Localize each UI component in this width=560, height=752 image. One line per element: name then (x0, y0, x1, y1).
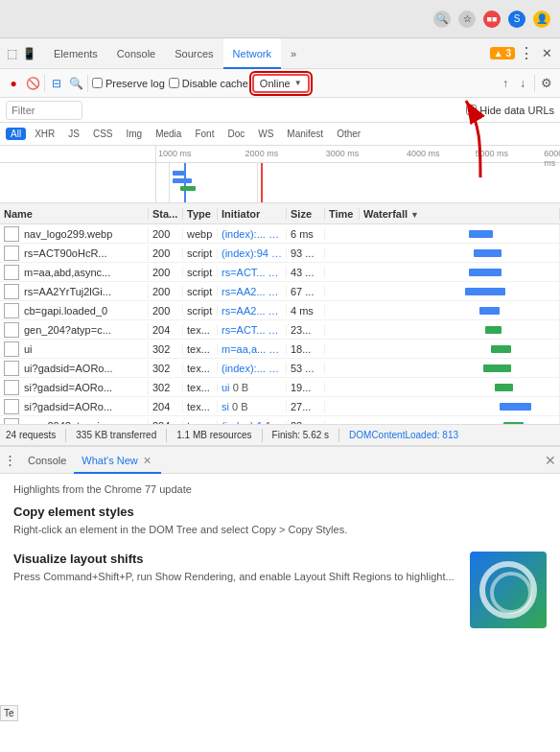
type-filter-img[interactable]: Img (121, 128, 147, 140)
type-filter-ws[interactable]: WS (253, 128, 278, 140)
row-initiator[interactable]: (index):94 14... (218, 247, 287, 259)
row-initiator[interactable]: rs=ACT... 66 B (218, 324, 287, 336)
type-filter-js[interactable]: JS (63, 128, 84, 140)
tab-whats-new[interactable]: What's New ✕ (74, 447, 160, 474)
tab-sources[interactable]: Sources (165, 38, 222, 69)
col-header-time[interactable]: Time (325, 208, 360, 220)
slack-icon[interactable]: S (508, 11, 525, 28)
settings-button[interactable]: ⚙ (539, 76, 554, 91)
tab-more[interactable]: » (281, 38, 306, 69)
online-dropdown-wrapper: Online (252, 74, 310, 93)
row-initiator[interactable]: ui 0 B (218, 382, 287, 393)
bottom-panel-menu[interactable]: ⋮ (4, 453, 16, 467)
tab-console-bottom[interactable]: Console (20, 447, 74, 474)
table-row[interactable]: nav_logo299.webp 200 webp (index):... (d… (0, 224, 560, 244)
star-icon[interactable]: ☆ (458, 11, 476, 28)
domcontent-loaded[interactable]: DOMContentLoaded: 813 (349, 430, 458, 440)
table-row[interactable]: gen_204?atyp=c... 204 tex... rs=ACT... 6… (0, 320, 560, 340)
row-checkbox[interactable] (4, 341, 19, 357)
status-sep-3 (262, 429, 263, 442)
download-button[interactable]: ↓ (515, 76, 530, 91)
table-row[interactable]: cb=gapi.loaded_0 200 script rs=AA2... (d… (0, 301, 560, 320)
col-header-initiator[interactable]: Initiator (218, 208, 287, 220)
filter-input[interactable] (6, 101, 82, 120)
type-filter-media[interactable]: Media (151, 128, 186, 140)
tab-bar-right: ▲ 3 ⋮ ✕ (490, 44, 556, 62)
row-initiator[interactable]: rs=AA2... 48... (218, 286, 287, 297)
table-row[interactable]: ui 302 tex... m=aa,a... 60... 18... (0, 340, 560, 359)
search-button[interactable]: 🔍 (68, 76, 83, 91)
row-type: tex... (183, 324, 218, 336)
row-initiator[interactable]: rs=AA2... (di... (218, 305, 287, 317)
preserve-log-label[interactable]: Preserve log (92, 78, 165, 89)
close-devtools-button[interactable]: ✕ (542, 46, 552, 60)
row-checkbox[interactable] (4, 246, 19, 261)
row-checkbox[interactable] (4, 284, 19, 299)
row-checkbox[interactable] (4, 303, 19, 318)
type-filter-font[interactable]: Font (190, 128, 219, 140)
row-checkbox[interactable] (4, 361, 19, 376)
row-initiator[interactable]: si 0 B (218, 401, 287, 412)
row-checkbox[interactable] (4, 322, 19, 338)
search-icon[interactable]: 🔍 (433, 11, 451, 28)
timeline-line-1 (169, 163, 170, 203)
row-initiator[interactable]: rs=ACT... 40... (218, 267, 287, 278)
row-size: 6 ms (287, 228, 325, 240)
col-header-waterfall[interactable]: Waterfall ▼ (360, 208, 560, 220)
extensions-icon[interactable]: ■■ (483, 11, 501, 28)
feature-layout-shifts: Visualize layout shifts Press Command+Sh… (13, 552, 547, 628)
table-row[interactable]: rs=ACT90oHcR... 200 script (index):94 14… (0, 244, 560, 263)
row-checkbox[interactable] (4, 399, 19, 414)
type-filter-xhr[interactable]: XHR (30, 128, 59, 140)
type-filter-manifest[interactable]: Manifest (282, 128, 328, 140)
toolbar-separator-2 (87, 75, 88, 92)
table-row[interactable]: m=aa,abd,async... 200 script rs=ACT... 4… (0, 263, 560, 282)
hide-data-urls-label[interactable]: Hide data URLs (466, 105, 554, 116)
row-waterfall (360, 378, 560, 397)
tab-network[interactable]: Network (223, 38, 281, 69)
table-row[interactable]: si?gadsid=AORo... 302 tex... ui 0 B 19..… (0, 378, 560, 397)
row-checkbox[interactable] (4, 265, 19, 280)
type-filter-other[interactable]: Other (332, 128, 365, 140)
row-name: rs=ACT90oHcR... (0, 246, 149, 261)
timeline-bar-3 (180, 186, 196, 191)
tick-2000: 2000 ms (245, 149, 279, 158)
profile-icon[interactable]: 👤 (533, 11, 550, 28)
device-icon[interactable]: 📱 (21, 46, 36, 61)
online-dropdown[interactable]: Online (252, 74, 310, 93)
close-bottom-panel-button[interactable]: ✕ (545, 453, 556, 468)
inspect-icon[interactable]: ⬚ (4, 46, 19, 61)
close-whats-new-tab[interactable]: ✕ (141, 455, 153, 466)
row-checkbox[interactable] (4, 380, 19, 395)
filter-button[interactable]: ⊟ (49, 76, 64, 91)
col-header-size[interactable]: Size (287, 208, 325, 220)
table-row[interactable]: ui?gadsid=AORo... 302 tex... (index):...… (0, 359, 560, 378)
upload-button[interactable]: ↑ (498, 76, 513, 91)
table-row[interactable]: gen_204?atyp=i... 204 tex... (index):1 1… (0, 416, 560, 424)
type-filter-css[interactable]: CSS (88, 128, 118, 140)
more-options-button[interactable]: ⋮ (519, 44, 534, 62)
row-initiator[interactable]: (index):... 62... (218, 363, 287, 374)
preserve-log-text: Preserve log (105, 78, 165, 89)
col-header-status[interactable]: Sta... (149, 208, 183, 220)
row-status: 204 (149, 324, 183, 336)
table-row[interactable]: rs=AA2YrTuj2lGi... 200 script rs=AA2... … (0, 282, 560, 301)
col-header-name[interactable]: Name (0, 208, 149, 220)
record-button[interactable]: ● (6, 76, 21, 91)
row-checkbox[interactable] (4, 226, 19, 242)
type-filter-bar: All XHR JS CSS Img Media Font Doc WS Man… (0, 123, 560, 146)
tab-console[interactable]: Console (107, 38, 165, 69)
clear-button[interactable]: 🚫 (25, 76, 40, 91)
table-row[interactable]: si?gadsid=AORo... 204 tex... si 0 B 27..… (0, 397, 560, 416)
preserve-log-checkbox[interactable] (92, 78, 103, 88)
row-initiator[interactable]: (index):... (di... (218, 228, 287, 240)
type-filter-doc[interactable]: Doc (222, 128, 249, 140)
tab-elements[interactable]: Elements (44, 38, 107, 69)
row-type: script (183, 286, 218, 297)
type-filter-all[interactable]: All (6, 128, 26, 140)
disable-cache-checkbox[interactable] (169, 78, 179, 88)
disable-cache-label[interactable]: Disable cache (169, 78, 248, 89)
col-header-type[interactable]: Type (183, 208, 218, 220)
row-initiator[interactable]: m=aa,a... 60... (218, 343, 287, 355)
hide-data-urls-checkbox[interactable] (466, 105, 477, 115)
